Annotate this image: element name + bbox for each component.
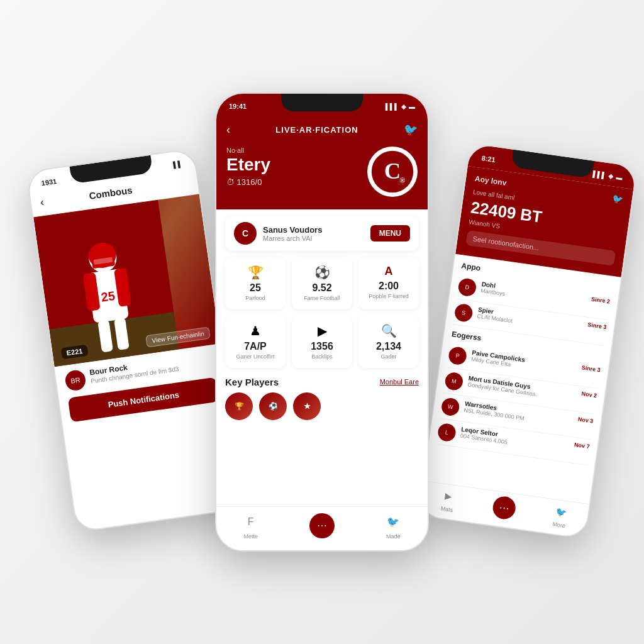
right-nav-label-2: More (552, 521, 566, 529)
center-phone: 19:41 ▌▌▌ ◈ ▬ ‹ LIVE·AR·FICATION 🐦 No·al… (215, 92, 429, 552)
team-sub: Marres arch VAI (263, 235, 322, 242)
center-hero: No·all Etery ⏱ 1316/0 C ® (226, 144, 418, 199)
right-time: 8:21 (481, 154, 496, 164)
center-nav: ‹ LIVE·AR·FICATION 🐦 (226, 123, 418, 136)
stat-value-5: 2,134 (365, 341, 413, 352)
right-nav-item-1[interactable]: ⋯ (491, 495, 517, 521)
center-phone-notch (281, 94, 363, 111)
right-nav-item-2[interactable]: 🐦 More (550, 502, 570, 530)
right-nav-icon-2: 🐦 (551, 502, 571, 522)
nav-item-2[interactable]: 🐦 Made (383, 512, 403, 540)
stat-icon-0: 🏆 (231, 265, 279, 280)
nav-label-0: Mette (243, 533, 258, 540)
stat-card-3: ♟ 7A/P Ganer Uncoffirt (225, 316, 286, 368)
center-battery-icon: ▬ (409, 103, 415, 110)
stat-card-1: ⚽ 9.52 Fame Football (292, 257, 352, 309)
svg-text:®: ® (399, 176, 405, 185)
team-card-left: C Sanus Voudors Marres arch VAI (234, 222, 322, 245)
key-players-link[interactable]: Monbul Eare (380, 378, 419, 386)
menu-button[interactable]: MENU (370, 225, 410, 242)
right-list-avatar-1: S (453, 303, 474, 323)
stat-card-0: 🏆 25 Parfood (225, 257, 286, 309)
player-avatar-inner-1: ⚽ (259, 392, 287, 420)
stat-value-4: 1356 (298, 341, 346, 352)
stat-value-2: 2:00 (365, 280, 413, 292)
player-image: 25 E221 View Fun·echainlin (33, 194, 220, 367)
left-time: 1931 (41, 177, 57, 187)
right-list-badge-5: Nov 7 (574, 441, 591, 450)
svg-text:C: C (384, 158, 401, 184)
player-avatar-inner-2: ★ (293, 392, 321, 420)
stat-card-5: 🔍 2,134 Gader (358, 316, 419, 368)
right-list-badge-4: Nov 3 (577, 416, 594, 424)
svg-text:25: 25 (100, 289, 116, 304)
nav-label-2: Made (386, 533, 401, 540)
left-signal-icon: ▌▌ (173, 160, 183, 168)
left-status-icons: ▌▌ (173, 160, 183, 168)
center-header: ‹ LIVE·AR·FICATION 🐦 No·all Etery ⏱ 1316… (216, 116, 428, 209)
stats-grid: 🏆 25 Parfood ⚽ 9.52 Fame Football A 2:00… (216, 257, 428, 368)
right-nav-item-0[interactable]: ▶ Mats (438, 486, 458, 514)
stat-label-3: Ganer Uncoffirt (231, 353, 279, 360)
stat-label-5: Gader (365, 353, 413, 360)
notification-avatar: BR (64, 369, 87, 392)
stat-icon-4: ▶ (298, 323, 346, 338)
left-back-button[interactable]: ‹ (40, 196, 45, 209)
right-content: Appo D Dohl Mantboys Sinre 2 S Spier CLi… (428, 254, 621, 473)
players-row: 🏆 ⚽ ★ (216, 392, 428, 420)
nav-dot-center: ⋯ (309, 513, 335, 538)
right-nav-dot-center: ⋯ (491, 495, 517, 521)
right-list-avatar-3: M (444, 372, 464, 392)
team-card: C Sanus Voudors Marres arch VAI MENU (225, 216, 419, 251)
right-battery-icon: ▬ (616, 174, 623, 181)
stat-value-0: 25 (231, 282, 279, 294)
right-list-avatar-0: D (457, 277, 477, 297)
hero-subtitle: ⏱ 1316/0 (226, 177, 270, 187)
right-list-avatar-4: W (440, 397, 460, 417)
player-avatar-2: ★ (293, 392, 321, 420)
right-nav-label-0: Mats (440, 505, 453, 513)
center-time: 19:41 (229, 103, 247, 110)
right-list-badge-1: Sinre 3 (587, 321, 607, 330)
right-bottom-nav: ▶ Mats ⋯ 🐦 More (419, 480, 589, 538)
right-wifi-icon: ◈ (608, 172, 614, 180)
left-phone: 1931 ▌▌ ‹ Combous (26, 148, 245, 533)
player-avatar-inner-0: 🏆 (225, 392, 253, 420)
left-nav-spacer (177, 182, 189, 184)
stat-value-1: 9.52 (298, 282, 346, 294)
nav-item-1[interactable]: ⋯ (309, 513, 335, 538)
notification-text: Bour Rock Punth chnange sornl de fim $d3 (89, 356, 180, 385)
right-list-badge-2: Sinre 3 (581, 364, 601, 373)
team-logo: C ® (367, 147, 418, 197)
nav-icon-2: 🐦 (383, 512, 403, 532)
key-players-title: Key Players (225, 377, 279, 387)
nav-item-0[interactable]: F Mette (241, 512, 261, 540)
stat-icon-1: ⚽ (298, 265, 346, 280)
hero-label: No·all (226, 147, 270, 154)
nav-icon-0: F (241, 512, 261, 532)
team-avatar: C (234, 222, 257, 245)
stat-icon-5: 🔍 (365, 323, 413, 338)
scene: 1931 ▌▌ ‹ Combous (0, 0, 644, 644)
stat-label-4: Backlips (298, 353, 346, 360)
team-name: Sanus Voudors (263, 225, 322, 235)
right-header-title: Aoy lonv (474, 174, 507, 187)
stat-label-2: Popble F·liarred (365, 293, 413, 300)
right-phone: 8:21 ▌▌▌ ◈ ▬ Aoy lonv 🐦 Love all fal aml… (418, 142, 638, 540)
center-status-icons: ▌▌▌ ◈ ▬ (386, 103, 415, 110)
right-status-icons: ▌▌▌ ◈ ▬ (592, 170, 623, 180)
player-avatar-0: 🏆 (225, 392, 253, 420)
center-bottom-nav: F Mette ⋯ 🐦 Made (216, 506, 428, 550)
center-twitter-icon: 🐦 (404, 123, 418, 136)
right-list-avatar-5: L (437, 423, 457, 443)
hero-text: No·all Etery ⏱ 1316/0 (226, 147, 270, 187)
team-logo-svg: C ® (370, 150, 414, 194)
key-players-header: Key Players Monbul Eare (216, 374, 428, 392)
team-card-info: Sanus Voudors Marres arch VAI (263, 225, 322, 242)
right-list-badge-3: Nov 2 (581, 391, 597, 399)
stat-card-2: A 2:00 Popble F·liarred (358, 257, 419, 309)
stat-value-3: 7A/P (231, 341, 279, 352)
player-avatar-1: ⚽ (259, 392, 287, 420)
center-signal-icon: ▌▌▌ (386, 103, 399, 110)
left-nav-title: Combous (89, 184, 133, 201)
